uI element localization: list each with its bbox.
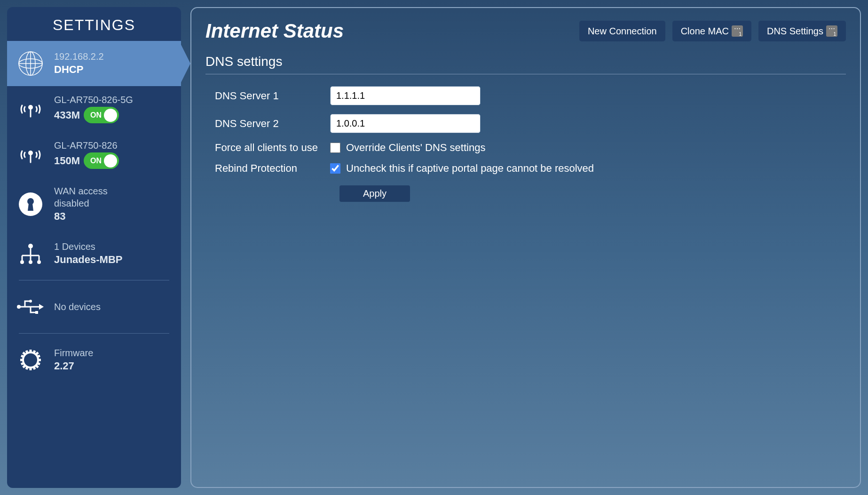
sidebar-item-firmware[interactable]: Firmware 2.27 — [7, 337, 181, 383]
svg-rect-24 — [35, 311, 38, 314]
sidebar-item-label: GL-AR750-826-5G — [54, 95, 172, 105]
svg-point-25 — [23, 352, 38, 367]
dns2-input[interactable] — [330, 114, 481, 133]
wifi-icon — [16, 141, 45, 169]
sidebar-item-internet[interactable]: 192.168.2.2 DHCP — [7, 41, 181, 86]
sidebar-item-label2: disabled — [54, 198, 172, 209]
sidebar-item-sublabel: 150M — [54, 155, 80, 167]
svg-line-41 — [34, 351, 35, 353]
svg-line-32 — [23, 366, 25, 367]
page-title: Internet Status — [205, 20, 344, 42]
info-icon — [732, 25, 743, 37]
wifi-icon — [16, 95, 45, 123]
divider — [19, 333, 169, 334]
force-clients-text: Override Clients' DNS settings — [346, 142, 485, 154]
svg-line-33 — [36, 352, 38, 354]
svg-point-17 — [20, 260, 24, 264]
network-icon — [16, 240, 45, 268]
toggle-label: ON — [90, 111, 102, 120]
rebind-text: Uncheck this if captive portal page cann… — [346, 162, 594, 175]
sidebar: SETTINGS 192.168.2.2 DHCP — [7, 7, 181, 488]
sidebar-item-wifi-5g[interactable]: GL-AR750-826-5G 433M ON — [7, 86, 181, 132]
sidebar-item-label: Firmware — [54, 348, 172, 359]
toggle-label: ON — [90, 157, 102, 165]
svg-point-18 — [29, 260, 32, 264]
dns1-label: DNS Server 1 — [205, 90, 323, 102]
svg-line-34 — [26, 351, 27, 353]
sidebar-item-sublabel: Junades-MBP — [54, 254, 172, 266]
button-label: DNS Settings — [767, 26, 823, 37]
svg-line-35 — [34, 367, 35, 369]
dns-settings-button[interactable]: DNS Settings — [758, 21, 846, 41]
clone-mac-button[interactable]: Clone MAC — [672, 21, 751, 41]
section-title: DNS settings — [205, 54, 846, 69]
sidebar-item-sublabel: 433M — [54, 109, 80, 121]
section-divider — [205, 74, 846, 74]
rebind-label: Rebind Protection — [205, 162, 323, 175]
sidebar-item-label: 192.168.2.2 — [54, 51, 172, 62]
gear-icon — [16, 346, 45, 374]
divider — [19, 280, 169, 280]
svg-line-38 — [21, 363, 24, 364]
sidebar-item-wifi-2g[interactable]: GL-AR750-826 150M ON — [7, 132, 181, 177]
button-label: Clone MAC — [681, 26, 729, 37]
svg-marker-22 — [39, 304, 44, 310]
svg-line-36 — [21, 356, 24, 357]
dns1-input[interactable] — [330, 86, 481, 105]
sidebar-item-label: 1 Devices — [54, 241, 172, 252]
sidebar-item-label: WAN access — [54, 186, 172, 197]
keyhole-icon — [16, 190, 45, 218]
svg-line-31 — [36, 366, 38, 367]
sidebar-item-label: GL-AR750-826 — [54, 140, 172, 151]
svg-line-30 — [23, 352, 25, 354]
sidebar-item-sublabel: 83 — [54, 210, 172, 223]
svg-point-19 — [37, 260, 41, 264]
svg-point-23 — [29, 300, 32, 303]
usb-icon — [16, 293, 45, 321]
svg-line-40 — [26, 367, 27, 369]
sidebar-item-devices[interactable]: 1 Devices Junades-MBP — [7, 231, 181, 276]
sidebar-item-vpn[interactable]: WAN access disabled 83 — [7, 177, 181, 231]
svg-point-11 — [28, 244, 33, 248]
globe-icon — [16, 49, 45, 78]
force-clients-label: Force all clients to use — [205, 142, 323, 154]
svg-line-39 — [38, 356, 40, 357]
force-clients-checkbox[interactable] — [330, 143, 340, 153]
main-panel: Internet Status New Connection Clone MAC… — [190, 7, 861, 488]
wifi-2g-toggle[interactable]: ON — [84, 152, 119, 169]
sidebar-item-sublabel: 2.27 — [54, 360, 172, 372]
sidebar-item-sublabel: DHCP — [54, 64, 172, 76]
new-connection-button[interactable]: New Connection — [579, 21, 665, 41]
button-label: New Connection — [588, 26, 657, 37]
info-icon — [826, 25, 837, 37]
sidebar-item-label: No devices — [54, 302, 172, 312]
sidebar-title: SETTINGS — [7, 7, 181, 41]
rebind-checkbox[interactable] — [330, 163, 340, 174]
svg-point-21 — [17, 305, 21, 309]
dns2-label: DNS Server 2 — [205, 118, 323, 130]
apply-button[interactable]: Apply — [339, 185, 410, 202]
wifi-5g-toggle[interactable]: ON — [84, 107, 119, 123]
svg-line-37 — [38, 363, 40, 364]
sidebar-item-usb[interactable]: No devices — [7, 284, 181, 329]
